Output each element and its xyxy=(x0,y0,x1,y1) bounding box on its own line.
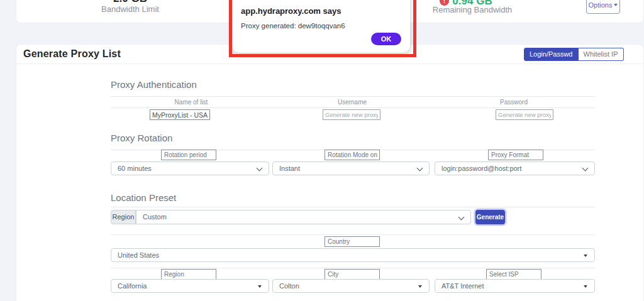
divider xyxy=(111,207,595,207)
auth-mode-toggle: Login/Passwd Whitelist IP xyxy=(524,48,624,61)
chevron-down-icon xyxy=(614,4,618,6)
caret-down-icon xyxy=(584,254,587,257)
login-passwd-tab[interactable]: Login/Passwd xyxy=(524,48,579,61)
caret-down-icon xyxy=(418,285,422,288)
isp-label: Select ISP xyxy=(486,269,541,280)
section-title-location-preset: Location Preset xyxy=(111,192,176,203)
region-preset-select[interactable]: Custom xyxy=(136,210,471,224)
bandwidth-limit-label: Bandwidth Limit xyxy=(89,5,171,14)
page-title: Generate Proxy List xyxy=(23,48,121,60)
name-of-list-input[interactable] xyxy=(150,109,210,120)
region-preset-value: Custom xyxy=(143,213,167,221)
options-button-label: Options xyxy=(589,1,613,9)
chevron-down-icon xyxy=(582,165,589,172)
divider xyxy=(111,107,595,108)
proxy-format-label: Proxy Format xyxy=(488,150,543,160)
proxy-format-select[interactable]: login:password@host:port xyxy=(435,161,595,175)
isp-value: AT&T Internet xyxy=(441,282,484,290)
username-input[interactable] xyxy=(323,109,380,120)
region-label: Region xyxy=(161,269,216,280)
rotation-mode-select[interactable]: Instant xyxy=(272,161,430,175)
region-preset-prefix: Region xyxy=(111,210,136,224)
section-title-proxy-rotation: Proxy Rotation xyxy=(111,133,172,143)
username-label: Username xyxy=(272,99,433,106)
region-select[interactable]: California xyxy=(111,279,269,293)
password-label: Password xyxy=(433,99,594,106)
isp-select[interactable]: AT&T Internet xyxy=(435,279,595,293)
divider xyxy=(111,96,595,97)
remaining-bandwidth-label: Remaining Bandwidth xyxy=(425,6,519,14)
chevron-down-icon xyxy=(257,165,263,172)
browser-alert-dialog: app.hydraproxy.com says Proxy generated:… xyxy=(232,0,410,53)
generate-proxy-list-card: Generate Proxy List Login/Passwd Whiteli… xyxy=(16,44,644,301)
generate-button[interactable]: Generate xyxy=(475,210,505,224)
rotation-period-value: 60 minutes xyxy=(118,165,152,172)
rotation-period-label: Rotation period xyxy=(161,150,216,160)
dialog-message: Proxy generated: dew9toqqvan6 xyxy=(241,22,345,30)
country-select[interactable]: United States xyxy=(111,248,595,262)
country-value: United States xyxy=(118,251,159,259)
bandwidth-limit-value: 2.0 GB xyxy=(96,0,165,4)
divider xyxy=(111,268,595,268)
city-select[interactable]: Colton xyxy=(272,279,430,293)
chevron-down-icon xyxy=(417,165,423,172)
caret-down-icon xyxy=(584,285,587,288)
region-value: California xyxy=(118,282,147,290)
rotation-mode-label: Rotation Mode on Failure xyxy=(325,150,380,160)
dialog-ok-button[interactable]: OK xyxy=(371,33,401,45)
whitelist-ip-tab[interactable]: Whitelist IP xyxy=(579,48,624,61)
city-value: Colton xyxy=(279,282,299,290)
city-label: City xyxy=(325,269,380,280)
rotation-mode-value: Instant xyxy=(279,165,300,172)
proxy-format-value: login:password@host:port xyxy=(441,165,521,172)
divider xyxy=(111,234,595,235)
rotation-period-select[interactable]: 60 minutes xyxy=(111,161,269,175)
caret-down-icon xyxy=(258,285,262,288)
country-label: Country xyxy=(325,236,380,247)
chevron-down-icon xyxy=(458,214,465,221)
options-button[interactable]: Options xyxy=(586,0,620,14)
password-input[interactable] xyxy=(496,109,553,120)
section-title-proxy-authentication: Proxy Authentication xyxy=(111,79,197,90)
dialog-title: app.hydraproxy.com says xyxy=(241,6,341,16)
name-of-list-label: Name of list xyxy=(111,99,272,106)
